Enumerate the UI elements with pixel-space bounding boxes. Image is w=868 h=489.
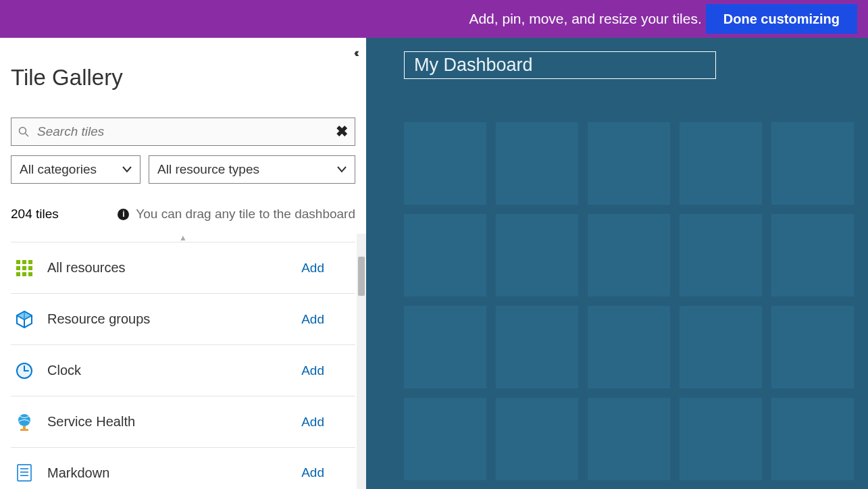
- add-tile-link[interactable]: Add: [301, 312, 324, 327]
- scrollbar-thumb[interactable]: [358, 257, 365, 296]
- tile-gallery-panel: ‹‹ Tile Gallery ✖ All categories All: [0, 38, 366, 489]
- tile-count: 204 tiles: [11, 207, 59, 222]
- grid-cell[interactable]: [771, 398, 854, 480]
- grid-cell[interactable]: [680, 306, 762, 388]
- globe-icon: [15, 413, 34, 432]
- grid-cell[interactable]: [404, 122, 486, 205]
- grid-cell[interactable]: [588, 214, 670, 297]
- svg-rect-6: [22, 266, 26, 270]
- search-tiles-field[interactable]: ✖: [11, 118, 355, 146]
- collapse-panel-icon[interactable]: ‹‹: [354, 46, 357, 60]
- tile-item-service-health[interactable]: Service Health Add: [11, 396, 355, 447]
- resource-type-dropdown-label: All resource types: [157, 162, 259, 177]
- svg-rect-8: [16, 272, 20, 276]
- grid-cell[interactable]: [771, 122, 854, 205]
- tile-grid[interactable]: [404, 122, 868, 480]
- document-icon: [15, 463, 34, 482]
- svg-rect-9: [22, 272, 26, 276]
- grid-cell[interactable]: [588, 122, 670, 205]
- svg-rect-4: [28, 260, 32, 264]
- grid-cell[interactable]: [496, 306, 578, 388]
- grid-cell[interactable]: [680, 398, 762, 480]
- grid-cell[interactable]: [496, 214, 578, 297]
- tile-label: Resource groups: [47, 311, 301, 327]
- scrollbar-track[interactable]: [357, 234, 366, 489]
- grid-cell[interactable]: [680, 122, 762, 205]
- grid-cell[interactable]: [771, 306, 854, 388]
- dashboard-canvas[interactable]: [366, 38, 868, 489]
- add-tile-link[interactable]: Add: [301, 363, 324, 378]
- svg-line-1: [26, 134, 29, 137]
- grid-cell[interactable]: [588, 398, 670, 480]
- scroll-up-indicator: ▲: [11, 234, 355, 242]
- svg-rect-16: [20, 429, 28, 431]
- grid-cell[interactable]: [404, 214, 486, 297]
- svg-rect-3: [22, 260, 26, 264]
- svg-rect-15: [23, 426, 26, 429]
- svg-rect-10: [28, 272, 32, 276]
- tile-label: Clock: [47, 363, 301, 378]
- tile-item-resource-groups[interactable]: Resource groups Add: [11, 293, 355, 344]
- grid-cell[interactable]: [404, 398, 486, 480]
- clear-search-icon[interactable]: ✖: [336, 123, 348, 140]
- chevron-down-icon: [122, 166, 132, 173]
- category-dropdown-label: All categories: [20, 162, 97, 177]
- clock-icon: [15, 361, 34, 380]
- cube-icon: [15, 310, 34, 329]
- svg-rect-5: [16, 266, 20, 270]
- drag-hint-text: You can drag any tile to the dashboard: [136, 207, 355, 222]
- tile-label: All resources: [47, 260, 301, 276]
- grid-cell[interactable]: [404, 306, 486, 388]
- done-customizing-button[interactable]: Done customizing: [706, 4, 857, 34]
- svg-point-0: [20, 128, 26, 134]
- add-tile-link[interactable]: Add: [301, 465, 324, 480]
- add-tile-link[interactable]: Add: [301, 415, 324, 430]
- tile-item-all-resources[interactable]: All resources Add: [11, 242, 355, 293]
- panel-title: Tile Gallery: [11, 65, 355, 91]
- drag-hint: i You can drag any tile to the dashboard: [118, 207, 355, 222]
- svg-rect-17: [18, 465, 31, 481]
- category-dropdown[interactable]: All categories: [11, 155, 141, 184]
- resource-type-dropdown[interactable]: All resource types: [149, 155, 355, 184]
- grid-icon: [15, 259, 34, 278]
- info-icon: i: [118, 209, 129, 220]
- tile-label: Markdown: [47, 465, 301, 481]
- grid-cell[interactable]: [496, 122, 578, 205]
- add-tile-link[interactable]: Add: [301, 261, 324, 276]
- svg-rect-7: [28, 266, 32, 270]
- search-input[interactable]: [37, 124, 336, 139]
- grid-cell[interactable]: [496, 398, 578, 480]
- grid-cell[interactable]: [680, 214, 762, 297]
- chevron-down-icon: [337, 166, 347, 173]
- tile-item-clock[interactable]: Clock Add: [11, 344, 355, 396]
- banner-message: Add, pin, move, and resize your tiles.: [469, 11, 701, 27]
- search-icon: [18, 126, 29, 137]
- dashboard-name-input[interactable]: [404, 51, 716, 79]
- svg-rect-2: [16, 260, 20, 264]
- customization-banner: Add, pin, move, and resize your tiles. D…: [0, 0, 868, 38]
- tile-item-markdown[interactable]: Markdown Add: [11, 447, 355, 489]
- tile-list[interactable]: ▲ All resources Add: [0, 234, 366, 489]
- grid-cell[interactable]: [588, 306, 670, 388]
- grid-cell[interactable]: [771, 214, 854, 297]
- tile-label: Service Health: [47, 414, 301, 430]
